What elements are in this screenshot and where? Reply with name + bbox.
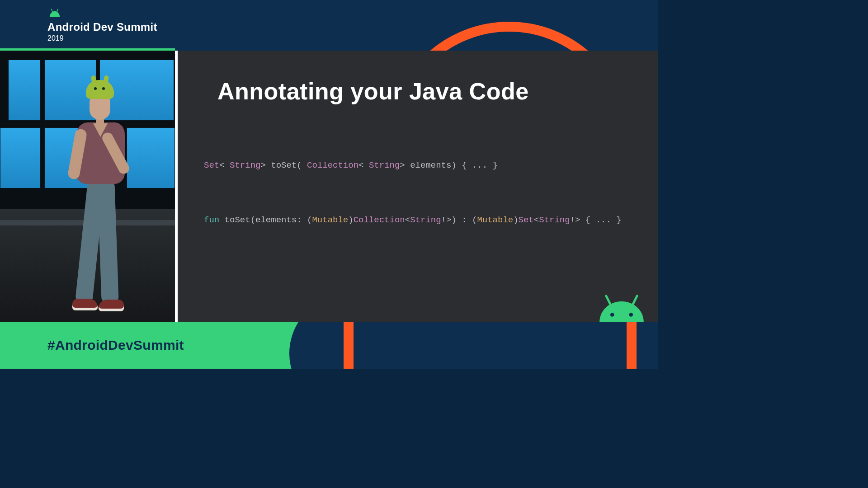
svg-point-5 bbox=[629, 313, 633, 317]
svg-line-1 bbox=[57, 9, 58, 12]
presentation-slide: Annotating your Java Code Set< String> t… bbox=[175, 51, 658, 322]
svg-line-2 bbox=[606, 296, 611, 305]
event-hashtag: #AndroidDevSummit bbox=[47, 338, 184, 353]
svg-line-3 bbox=[632, 296, 637, 305]
java-code-block: Set< String> toSet( Collection< String> … bbox=[204, 159, 637, 172]
decorative-stripe bbox=[344, 322, 354, 369]
event-title: Android Dev Summit bbox=[47, 21, 157, 33]
kotlin-code-block: fun toSet(elements: (Mutable)Collection<… bbox=[204, 214, 637, 227]
main-content: Annotating your Java Code Set< String> t… bbox=[0, 51, 658, 322]
footer-bar: #AndroidDevSummit bbox=[0, 322, 658, 369]
event-year: 2019 bbox=[47, 34, 157, 42]
android-head-icon bbox=[47, 8, 62, 17]
decorative-stripe bbox=[627, 322, 637, 369]
header-bar: Android Dev Summit 2019 bbox=[0, 0, 658, 51]
svg-point-4 bbox=[610, 313, 614, 317]
footer-green-slab: #AndroidDevSummit bbox=[0, 322, 344, 369]
svg-line-0 bbox=[52, 9, 52, 12]
decorative-arc bbox=[387, 22, 631, 51]
android-head-icon bbox=[597, 295, 646, 322]
speaker-video bbox=[0, 51, 175, 322]
event-logo: Android Dev Summit 2019 bbox=[47, 8, 157, 42]
speaker-figure bbox=[54, 80, 129, 315]
slide-title: Annotating your Java Code bbox=[217, 78, 637, 105]
